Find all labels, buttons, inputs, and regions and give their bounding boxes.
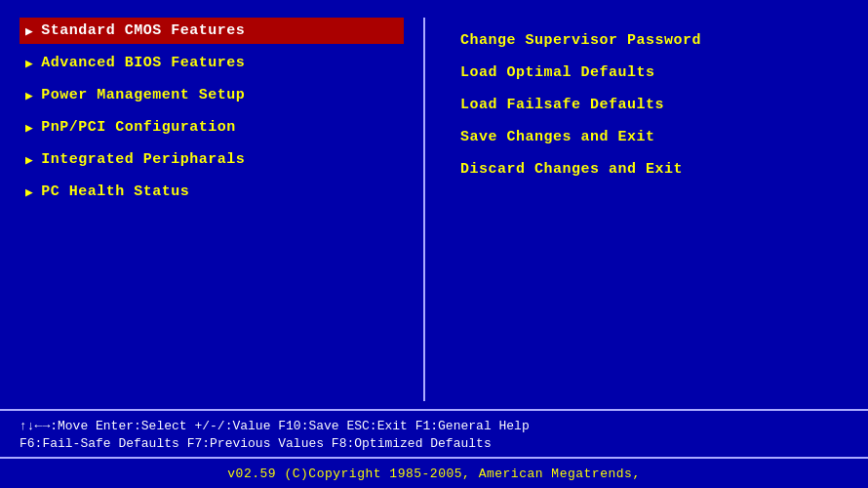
right-column: Change Supervisor PasswordLoad Optimal D… <box>425 18 868 401</box>
left-menu-item-2[interactable]: ▶Power Management Setup <box>20 82 404 108</box>
footer-row-2: F6:Fail-Safe Defaults F7:Previous Values… <box>20 436 848 451</box>
footer-row1-text: ↑↓←→:Move Enter:Select +/-/:Value F10:Sa… <box>20 419 530 433</box>
version-text: v02.59 (C)Copyright 1985-2005, American … <box>227 467 640 481</box>
arrow-icon-2: ▶ <box>25 88 33 103</box>
arrow-icon-5: ▶ <box>25 184 33 200</box>
right-menu-label-4: Discard Changes and Exit <box>460 161 683 178</box>
arrow-icon-1: ▶ <box>25 56 33 71</box>
footer-keys: ↑↓←→:Move Enter:Select +/-/:Value F10:Sa… <box>20 419 848 451</box>
footer-row2-text: F6:Fail-Safe Defaults F7:Previous Values… <box>20 436 492 451</box>
footer-bar: ↑↓←→:Move Enter:Select +/-/:Value F10:Sa… <box>0 409 868 457</box>
left-menu-label-5: PC Health Status <box>41 183 189 200</box>
footer-row-1: ↑↓←→:Move Enter:Select +/-/:Value F10:Sa… <box>20 419 848 433</box>
right-menu-label-0: Change Supervisor Password <box>460 32 701 49</box>
right-menu-item-0[interactable]: Change Supervisor Password <box>454 27 839 54</box>
main-content: ▶Standard CMOS Features▶Advanced BIOS Fe… <box>0 0 868 409</box>
left-menu-item-3[interactable]: ▶PnP/PCI Configuration <box>20 114 404 141</box>
status-bar: v02.59 (C)Copyright 1985-2005, American … <box>0 457 868 488</box>
right-menu-item-1[interactable]: Load Optimal Defaults <box>454 60 839 86</box>
left-menu-label-2: Power Management Setup <box>41 87 245 103</box>
arrow-icon-0: ▶ <box>25 23 33 39</box>
left-menu-item-0[interactable]: ▶Standard CMOS Features <box>20 18 404 44</box>
left-menu-item-4[interactable]: ▶Integrated Peripharals <box>20 146 404 173</box>
right-menu-item-4[interactable]: Discard Changes and Exit <box>454 156 839 183</box>
arrow-icon-4: ▶ <box>25 152 33 168</box>
left-menu-item-5[interactable]: ▶PC Health Status <box>20 179 404 205</box>
arrow-icon-3: ▶ <box>25 120 33 136</box>
left-column: ▶Standard CMOS Features▶Advanced BIOS Fe… <box>0 18 425 401</box>
left-menu-label-3: PnP/PCI Configuration <box>41 119 236 136</box>
left-menu-label-1: Advanced BIOS Features <box>41 55 245 71</box>
right-menu-label-3: Save Changes and Exit <box>460 129 655 145</box>
left-menu-label-0: Standard CMOS Features <box>41 22 245 39</box>
right-menu-label-2: Load Failsafe Defaults <box>460 97 664 113</box>
right-menu-item-3[interactable]: Save Changes and Exit <box>454 124 839 150</box>
right-menu-item-2[interactable]: Load Failsafe Defaults <box>454 92 839 118</box>
right-menu-label-1: Load Optimal Defaults <box>460 64 655 81</box>
left-menu-label-4: Integrated Peripharals <box>41 151 245 168</box>
left-menu-item-1[interactable]: ▶Advanced BIOS Features <box>20 50 404 76</box>
